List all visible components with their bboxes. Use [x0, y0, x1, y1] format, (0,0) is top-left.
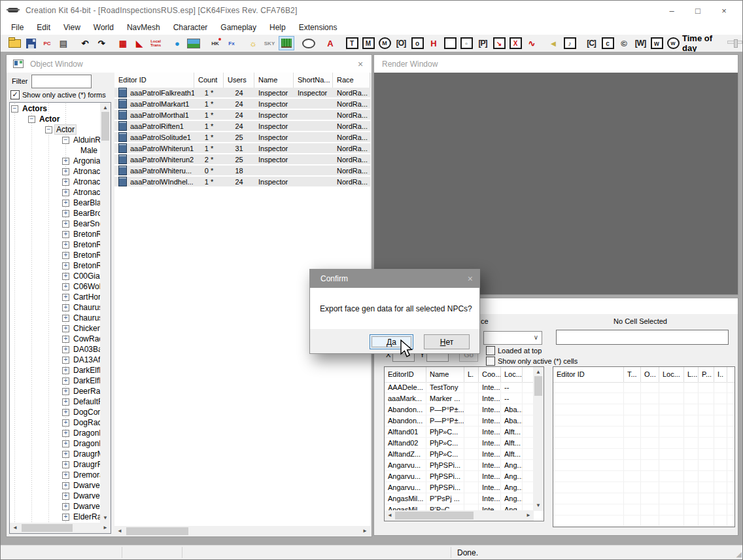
expand-icon[interactable]: +	[62, 336, 69, 343]
collapse-icon[interactable]: −	[11, 105, 18, 113]
cell-row[interactable]: Angarvu...РђРЅРі...Inte...Ang...	[385, 482, 533, 493]
sky-icon[interactable]: SKY	[262, 37, 277, 50]
circle-m-icon[interactable]: M	[377, 37, 392, 50]
expand-icon[interactable]: +	[62, 377, 69, 385]
dialog-titlebar[interactable]: Confirm ×	[310, 270, 479, 288]
tree-item-carthorser[interactable]: +CartHorseR	[10, 292, 100, 302]
column-header-editorid[interactable]: Editor ID	[553, 367, 624, 382]
column-header-loc[interactable]: Loc...	[501, 367, 523, 382]
cube-t-icon[interactable]: T	[345, 37, 359, 50]
bracket-w-icon[interactable]: [W]	[633, 37, 648, 50]
menu-extensions[interactable]: Extensions	[292, 22, 344, 34]
cell-row[interactable]: aaaMark...Marker ...Inte...--	[385, 393, 533, 404]
tree-item-bretonrace[interactable]: +BretonRace	[10, 239, 100, 250]
expand-icon[interactable]: +	[62, 398, 69, 406]
scroll-up-icon[interactable]: ▲	[100, 105, 111, 111]
scroll-right-icon[interactable]: ►	[523, 510, 534, 521]
cell-row[interactable]: Abandon...Р—Р°Р±...Inte...Aba...	[385, 415, 533, 427]
minimize-button[interactable]: –	[659, 1, 685, 20]
copyright-icon[interactable]: ©	[617, 37, 631, 50]
expand-icon[interactable]: +	[62, 493, 69, 500]
column-header-l[interactable]: L.	[464, 367, 479, 382]
column-header-editorid[interactable]: EditorID	[385, 367, 426, 382]
expand-icon[interactable]: +	[62, 367, 69, 374]
column-header-race[interactable]: Race	[333, 73, 370, 88]
tree-item-atronachst[interactable]: +AtronachSt	[10, 187, 100, 198]
version-control-icon[interactable]: PC	[40, 37, 54, 50]
snap-to-grid-icon[interactable]: ▦	[116, 37, 130, 50]
expand-icon[interactable]: +	[62, 503, 69, 510]
fx-icon[interactable]: Fx	[224, 37, 239, 50]
expand-icon[interactable]: +	[62, 168, 69, 175]
cell-row[interactable]: Angarvu...РђРЅРі...Inte...Ang...	[385, 471, 533, 482]
tree-item-bretonrace[interactable]: +BretonRace	[10, 250, 100, 260]
scroll-left-icon[interactable]: ◄	[385, 510, 395, 521]
column-header-i[interactable]: I..	[714, 367, 727, 382]
tree-item-c00gianto[interactable]: +C00GiantO	[10, 271, 100, 281]
npc-row-aaaPatrolFalkreath1[interactable]: aaaPatrolFalkreath11 *24InspectorInspect…	[114, 88, 370, 99]
cells-vertical-scrollbar[interactable]: ▲ ▼	[533, 367, 544, 511]
tree-item-chickenra[interactable]: +ChickenRa	[10, 323, 100, 334]
object-window-titlebar[interactable]: Object Window ×	[7, 55, 372, 73]
loaded-at-top-checkbox[interactable]	[486, 346, 495, 355]
tree-item-draugrmag[interactable]: +DraugrMag	[10, 449, 100, 459]
expand-icon[interactable]: +	[62, 294, 69, 301]
cube-c-icon[interactable]: c	[600, 37, 615, 50]
light-cone-icon[interactable]: ◄	[546, 37, 561, 50]
tree-item-argonianra[interactable]: +ArgonianRa	[10, 156, 100, 166]
bracket-p-icon[interactable]: [P]	[475, 37, 490, 50]
tree-item-male[interactable]: Male	[10, 145, 100, 156]
tree-item-dwarvensp[interactable]: +DwarvenSp	[10, 501, 100, 512]
tree-item-bretonrace[interactable]: +BretonRace	[10, 229, 100, 239]
show-active-cells-checkbox[interactable]	[486, 357, 495, 366]
column-header-editorid[interactable]: Editor ID	[114, 73, 194, 88]
expand-icon[interactable]: +	[62, 325, 69, 332]
tree-item-atronachfla[interactable]: +AtronachFla	[10, 166, 100, 177]
column-header-name[interactable]: Name	[254, 73, 294, 88]
cube-sound-icon[interactable]: ♪	[562, 37, 577, 50]
cube-m-icon[interactable]: M	[361, 37, 375, 50]
expand-icon[interactable]: +	[62, 461, 69, 468]
cube-x-icon[interactable]: X	[508, 37, 523, 50]
preferences-icon[interactable]: ▤	[56, 37, 71, 50]
object-table-horizontal-scrollbar[interactable]: ◄ ►	[114, 526, 370, 536]
menu-view[interactable]: View	[57, 22, 87, 34]
column-header-loc[interactable]: Loc...	[659, 367, 684, 382]
collapse-icon[interactable]: −	[62, 137, 69, 144]
tree-item-c06wolfsp[interactable]: +C06WolfSp	[10, 281, 100, 292]
dialog-close-icon[interactable]: ×	[468, 273, 473, 284]
filter-input[interactable]	[31, 75, 92, 88]
expand-icon[interactable]: +	[62, 200, 69, 207]
menu-character[interactable]: Character	[167, 22, 215, 34]
column-header-l[interactable]: L...	[684, 367, 699, 382]
npc-row-aaaPatrolSolitude1[interactable]: aaaPatrolSolitude11 *25InspectorNordRa..…	[114, 132, 370, 143]
resize-grip[interactable]: ◢	[736, 550, 742, 559]
scroll-right-icon[interactable]: ►	[100, 523, 111, 533]
expand-icon[interactable]: +	[62, 346, 69, 353]
expand-icon[interactable]: +	[62, 451, 69, 458]
ladder-marker-icon[interactable]: A	[323, 37, 337, 50]
local-transform-icon[interactable]: LocalTrans	[148, 37, 163, 50]
render-viewport[interactable]	[374, 73, 738, 294]
cell-row[interactable]: AngasMil...Р”РѕРј ...Inte...Ang...	[385, 493, 533, 504]
expand-icon[interactable]: +	[62, 315, 69, 322]
expand-icon[interactable]: +	[62, 241, 69, 249]
column-header-t[interactable]: T...	[624, 367, 641, 382]
cube-arrow-icon[interactable]: ↘	[492, 37, 506, 50]
bracket-o-icon[interactable]: [O]	[394, 37, 408, 50]
collapse-icon[interactable]: −	[28, 116, 35, 123]
npc-row-aaaPatrolWhiterun2[interactable]: aaaPatrolWhiterun22 *25InspectorNordRa..…	[114, 154, 370, 166]
menu-help[interactable]: Help	[263, 22, 292, 34]
cube-square-icon[interactable]: ▫	[459, 37, 474, 50]
world-space-dropdown[interactable]: ∨	[483, 331, 542, 345]
scroll-up-icon[interactable]: ▲	[533, 370, 544, 375]
cells-horizontal-scrollbar[interactable]: ◄ ►	[385, 510, 534, 521]
tree-item-dragonrac[interactable]: +DragonRac	[10, 438, 100, 449]
tree-item-da13afflict[interactable]: +DA13Afflict	[10, 355, 100, 365]
close-button[interactable]: ×	[711, 1, 737, 20]
expand-icon[interactable]: +	[62, 158, 69, 165]
expand-icon[interactable]: +	[62, 210, 69, 217]
havok-sim-icon[interactable]: HK	[208, 37, 222, 50]
tree-item-atronachfr[interactable]: +AtronachFr	[10, 177, 100, 187]
tree-item-elderrace[interactable]: +ElderRace	[10, 512, 100, 522]
